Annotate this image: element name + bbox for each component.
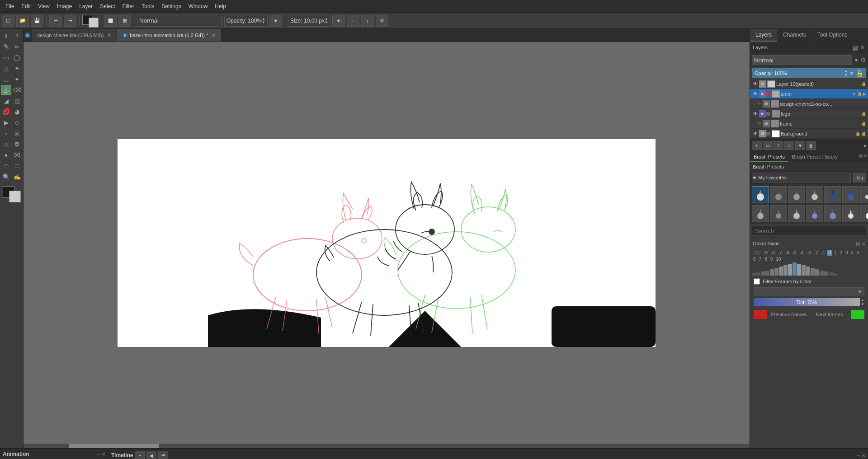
onion-num-p5[interactable]: 5 [855,250,861,256]
menu-edit[interactable]: Edit [18,1,34,11]
onion-num-p8[interactable]: 8 [763,256,769,262]
size-spinner[interactable]: ▲ ▼ [325,17,328,24]
tool-similar-select[interactable]: ⌧ [12,150,22,160]
brush-item-13[interactable] [842,205,859,222]
layer-item-5[interactable]: 👁 ▦ Background 🔒 🔒 [750,129,868,139]
tl-options-btn[interactable]: ☰ [158,451,168,459]
tool-multibrush[interactable]: ✦ [12,74,22,84]
layers-pin[interactable]: ▤ [852,44,858,51]
tl-add-btn[interactable]: + [135,451,145,459]
tool-text[interactable]: T [12,31,22,41]
tool-ellipse[interactable]: ◯ [12,52,22,62]
tab-baze-anim[interactable]: K baze-intro-animation.kra (1,0 GiB) * ✕ [117,29,222,42]
delete-layer-btn[interactable]: 🗑 [806,141,816,150]
tool-gradient[interactable]: ▤ [12,96,22,106]
tl-prev-btn[interactable]: ◀ [146,451,156,459]
layer-visibility-4[interactable]: 👁 [755,120,763,127]
move-up-btn[interactable]: ⇧ [774,141,783,150]
tool-cage[interactable]: □ [12,161,22,171]
size-extra-btn[interactable]: ▼ [332,15,345,27]
save-btn[interactable]: 💾 [31,15,43,27]
onion-num-p4[interactable]: 4 [850,250,855,256]
onion-num-1c[interactable]: -1C [752,250,762,256]
tint-spinner[interactable]: ▲ ▼ [861,298,864,306]
timeline-min-btn[interactable]: ─ [857,453,860,458]
menu-file[interactable]: File [2,1,18,11]
brush-item-2[interactable] [770,186,787,203]
onion-dropdown-btn[interactable]: ▼ [754,287,864,295]
tool-pan[interactable]: ✍ [12,172,22,182]
onion-num-n4[interactable]: -4 [798,250,805,256]
brush-history-tab[interactable]: Brush Preset History [788,152,841,162]
menu-layer[interactable]: Layer [75,1,96,11]
layers-close[interactable]: ✕ [860,44,865,51]
layer-visibility-1[interactable]: 👁 [752,90,759,98]
onion-num-n7[interactable]: -7 [777,250,783,256]
move-down-btn[interactable]: ⇩ [784,141,794,150]
onion-num-p7[interactable]: 7 [758,256,763,262]
tool-poly-select[interactable]: △ [1,139,11,149]
alpha-lock-icon[interactable]: 🔒 [856,70,863,77]
brush-item-10[interactable] [788,205,805,222]
copy-layer-btn[interactable]: ▭ [763,141,773,150]
brush-presets-tab[interactable]: Brush Presets [750,152,788,162]
mirror-v-btn[interactable]: ↕ [361,15,374,27]
layer-visibility-3[interactable]: 👁 [752,110,759,117]
onion-close[interactable]: ✕ [862,241,865,246]
brush-item-9[interactable] [770,205,787,222]
anim-min-btn[interactable]: ─ [97,452,100,457]
layer-eye-1[interactable]: 👁 [852,92,856,96]
canvas-scrollbar[interactable] [24,444,750,448]
brush-tag-select[interactable]: ★ My Favorites [752,173,851,183]
reset-colors-btn[interactable]: ⬜ [104,15,117,27]
opacity-extra-btn[interactable]: ▼ [269,15,282,27]
tool-calligraphy[interactable]: ✏ [12,42,22,52]
layer-alpha-4[interactable]: 🔒 [861,122,866,126]
open-btn[interactable]: 📁 [16,15,29,27]
brush-item-4[interactable] [806,186,823,203]
scroll-thumb[interactable] [69,444,159,448]
tool-rect-select[interactable]: ▫ [1,128,11,138]
layer-alpha-0[interactable]: 🔒 [861,82,866,86]
layers-settings-icon[interactable]: ⚙ [860,56,866,64]
patterns-btn[interactable]: ▦ [118,15,131,27]
mirror-h-btn[interactable]: ↔ [347,15,359,27]
layer-alpha2-5[interactable]: 🔒 [861,131,866,136]
onion-num-n3[interactable]: -3 [806,250,812,256]
brush-item-11[interactable] [806,205,823,222]
tab-layers[interactable]: Layers [750,29,778,42]
anim-close-btn[interactable]: ✕ [102,452,105,457]
layer-item-3[interactable]: 👁 ▶ logo 🔒 [750,109,868,119]
brush-settings-btn[interactable]: ⚙ [376,15,388,27]
onion-num-n5[interactable]: -5 [791,250,798,256]
brush-item-1[interactable] [752,186,769,203]
flatten-btn[interactable]: ▼ [795,141,805,150]
layers-more-btn[interactable]: ■ [863,143,866,148]
menu-settings[interactable]: Settings [158,1,184,11]
layer-item-1[interactable]: 👁 ▶ anim 👁 🔒 ▶ [750,89,868,99]
layer-alpha-5[interactable]: 🔒 [855,131,860,136]
tool-eraser[interactable]: ⌫ [12,85,22,95]
menu-help[interactable]: Help [211,1,230,11]
tool-ellipse-select[interactable]: ◎ [12,128,22,138]
tab-tool-options[interactable]: Tool Options [812,29,854,42]
tool-brush[interactable]: ⚓ [1,85,11,95]
onion-num-n8[interactable]: -8 [769,250,776,256]
onion-num-p2[interactable]: 2 [838,250,844,256]
menu-tools[interactable]: Tools [138,1,158,11]
tool-colorize[interactable]: ◕ [12,107,22,117]
tool-rect[interactable]: ▭ [1,52,11,62]
brush-search-input[interactable] [752,226,866,236]
onion-num-p6[interactable]: 6 [752,256,757,262]
background-color[interactable] [89,18,99,28]
tab-design-chevre[interactable]: design-chevre.kra (109,6 MiB) ✕ [32,29,117,42]
layer-item-4[interactable]: 👁 ▦ frame 🔒 [750,119,868,129]
tool-colorpicker[interactable]: 💋 [1,107,11,117]
menu-window[interactable]: Window [185,1,212,11]
redo-btn[interactable]: ↪ [64,15,76,27]
layer-item-2[interactable]: 👁 ▦ design-chevre2-no-co... [750,99,868,109]
tool-zoom[interactable]: 🔍 [1,172,11,182]
tool-polygon[interactable]: △ [1,63,11,73]
add-layer-btn[interactable]: + [752,141,762,150]
onion-num-n1[interactable]: -1 [820,250,826,256]
